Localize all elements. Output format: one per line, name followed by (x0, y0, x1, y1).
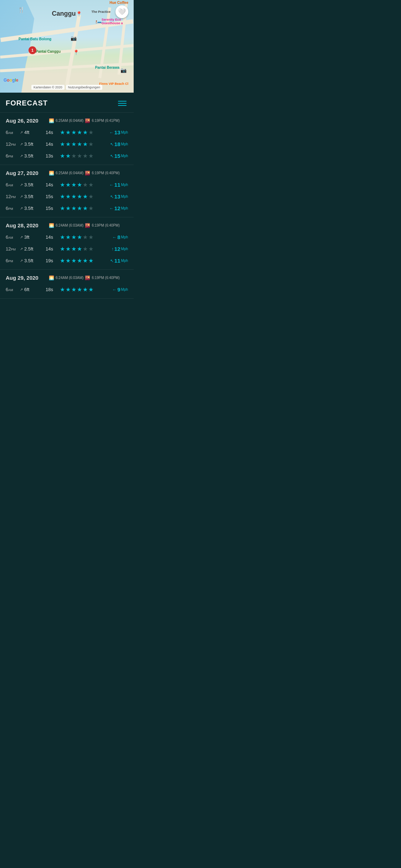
time-suffix: AM (8, 236, 13, 239)
star-full: ★ (66, 153, 71, 159)
wind-speed-value: 13 (114, 129, 120, 135)
day-header-0: Aug 26, 2020 🌅 6:25AM (6:04AM) 🌇 6:19PM … (0, 113, 134, 126)
star-full: ★ (77, 129, 82, 136)
favorite-button[interactable]: 🤍 (115, 5, 128, 18)
period-col: 15s (46, 206, 60, 211)
stars-col: ★★★★★★ (60, 181, 102, 188)
wind-unit-label: Mph (121, 247, 128, 251)
menu-bar-1 (118, 101, 127, 102)
wave-col: ↗ 3.5ft (20, 258, 46, 263)
forecast-title: FORECAST (6, 99, 48, 107)
stars-col: ★★★★★★ (60, 141, 102, 148)
menu-button[interactable] (117, 99, 128, 107)
wave-col: ↗ 6ft (20, 287, 46, 292)
day-date-1: Aug 27, 2020 (6, 170, 43, 176)
sunset-time-2: 6:19PM (6:40PM) (92, 223, 119, 227)
camera-pin-1: 📷 (71, 35, 77, 41)
wind-col: ↑ 12Mph (102, 246, 128, 252)
wind-direction-icon: ← (112, 235, 117, 240)
wave-height-value: 3.5ft (24, 194, 33, 199)
sunrise-icon-0: 🌅 (49, 118, 54, 123)
forecast-row-0-1: 12PM ↗ 3.5ft 14s ★★★★★★ ↖ 18Mph (0, 138, 134, 150)
wave-direction-icon: ↗ (20, 130, 23, 134)
star-full: ★ (66, 246, 71, 252)
star-empty: ★ (83, 246, 88, 252)
period-col: 14s (46, 234, 60, 240)
star-full: ★ (77, 205, 82, 212)
time-col: 6PM (6, 258, 20, 263)
star-full: ★ (71, 246, 76, 252)
wave-col: ↗ 3.5ft (20, 182, 46, 187)
hue-coffee-label: Hue Coffee (109, 1, 128, 5)
wind-direction-icon: ← (109, 206, 114, 211)
wind-direction-icon: ↖ (110, 194, 114, 199)
star-half: ★ (83, 129, 88, 136)
map-container[interactable]: Canggu Pantai Batu Bolong 📷 Pantai Cangg… (0, 0, 134, 93)
wind-unit-label: Mph (121, 183, 128, 187)
period-col: 14s (46, 182, 60, 187)
wave-direction-icon: ↗ (20, 183, 23, 187)
period-col: 18s (46, 287, 60, 292)
wind-speed-value: 11 (114, 258, 120, 264)
nutzungsbedingungen-label: Nutzungsbedingungen (66, 85, 102, 90)
sunrise-icon-3: 🌅 (49, 275, 54, 280)
sun-times-0: 🌅 6:25AM (6:04AM) 🌇 6:19PM (6:41PM) (49, 118, 128, 123)
star-empty: ★ (83, 181, 88, 188)
pantai-canggu-label: Pantai Canggu (36, 50, 61, 53)
star-full: ★ (60, 286, 65, 293)
sun-times-3: 🌅 6:24AM (6:03AM) 🌇 6:19PM (6:40PM) (49, 275, 128, 280)
day-date-0: Aug 26, 2020 (6, 118, 43, 124)
period-col: 14s (46, 130, 60, 135)
day-header-2: Aug 28, 2020 🌅 6:24AM (6:03AM) 🌇 6:19PM … (0, 217, 134, 231)
star-full: ★ (83, 193, 88, 200)
the-practice-label: The Practice (91, 10, 110, 14)
time-col: 6PM (6, 153, 20, 159)
wind-speed-value: 9 (117, 286, 120, 293)
forecast-header: FORECAST (0, 93, 134, 113)
sunset-icon-3: 🌇 (85, 275, 90, 280)
sun-times-1: 🌅 6:25AM (6:04AM) 🌇 6:19PM (6:40PM) (49, 171, 128, 176)
time-suffix: AM (8, 184, 13, 187)
sunrise-icon-1: 🌅 (49, 171, 54, 176)
period-col: 14s (46, 246, 60, 252)
wind-direction-icon: ← (109, 130, 114, 135)
day-header-3: Aug 29, 2020 🌅 6:24AM (6:03AM) 🌇 6:19PM … (0, 270, 134, 284)
star-full: ★ (71, 129, 76, 136)
forecast-row-3-0: 6AM ↗ 6ft 18s ★★★★★★ ← 9Mph (0, 284, 134, 295)
star-full: ★ (66, 129, 71, 136)
number-pin-1: 1 (29, 46, 36, 54)
day-section-2: Aug 28, 2020 🌅 6:24AM (6:03AM) 🌇 6:19PM … (0, 217, 134, 270)
forecast-row-2-0: 6AM ↗ 3ft 14s ★★★★★★ ← 8Mph (0, 231, 134, 243)
star-full: ★ (77, 193, 82, 200)
star-empty: ★ (88, 141, 93, 148)
time-col: 6AM (6, 182, 20, 187)
wind-unit-label: Mph (121, 288, 128, 291)
forecast-row-2-2: 6PM ↗ 3.5ft 19s ★★★★★★ ↖ 11Mph (0, 255, 134, 267)
star-full: ★ (60, 141, 65, 148)
time-suffix: PM (8, 259, 13, 263)
wind-direction-icon: ↖ (110, 258, 114, 263)
sunset-icon-0: 🌇 (85, 118, 90, 123)
star-full: ★ (60, 181, 65, 188)
day-header-1: Aug 27, 2020 🌅 6:25AM (6:04AM) 🌇 6:19PM … (0, 165, 134, 179)
wind-col: ↖ 13Mph (102, 193, 128, 200)
pantai-batu-bolong-label: Pantai Batu Bolong (19, 37, 51, 41)
wind-direction-icon: ← (112, 287, 117, 292)
menu-bar-2 (118, 103, 127, 104)
period-col: 14s (46, 141, 60, 147)
menu-bar-3 (118, 105, 127, 106)
time-suffix: PM (11, 195, 16, 199)
star-full: ★ (60, 246, 65, 252)
wave-col: ↗ 3ft (20, 234, 46, 240)
wave-col: ↗ 4ft (20, 130, 46, 135)
wind-direction-icon: ↖ (110, 154, 114, 159)
star-full: ★ (66, 193, 71, 200)
star-full: ★ (60, 257, 65, 264)
star-empty: ★ (88, 193, 93, 200)
stars-col: ★★★★★★ (60, 129, 102, 136)
wind-direction-icon: ↖ (110, 142, 114, 147)
period-col: 19s (46, 258, 60, 263)
star-half: ★ (77, 234, 82, 241)
star-full: ★ (77, 286, 82, 293)
wave-col: ↗ 3.5ft (20, 194, 46, 199)
